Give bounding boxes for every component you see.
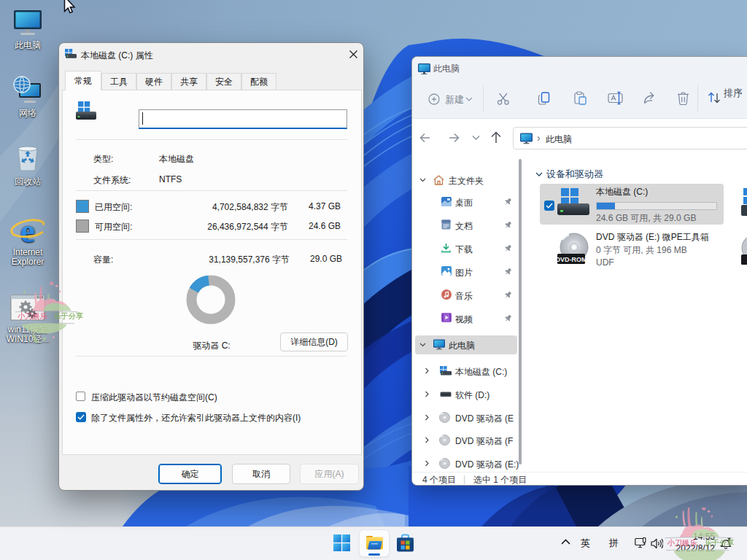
svg-text:乐于分享: 乐于分享 [53, 311, 83, 320]
svg-text:新建: 新建 [445, 94, 464, 105]
svg-text:小刀娱乐: 小刀娱乐 [667, 539, 697, 547]
svg-text:e: e [20, 213, 35, 248]
svg-text:小刀娱乐: 小刀娱乐 [17, 312, 47, 320]
svg-text:乐于分享: 乐于分享 [704, 538, 735, 547]
svg-text:DVD-ROM: DVD-ROM [557, 256, 587, 263]
